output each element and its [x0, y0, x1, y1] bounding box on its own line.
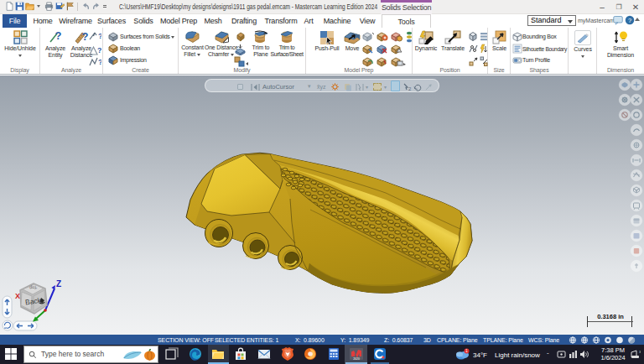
svg-text:2020: 2020 — [353, 357, 360, 361]
svg-text:X: X — [15, 292, 20, 300]
svg-text:?: ? — [98, 58, 101, 66]
svg-text:3: 3 — [639, 350, 641, 354]
svg-text:?: ? — [55, 30, 61, 42]
svg-text:?: ? — [98, 32, 101, 40]
svg-text:?: ? — [628, 17, 631, 24]
svg-text:Z: Z — [56, 279, 61, 289]
svg-text:?: ? — [97, 46, 101, 55]
svg-text:?: ? — [81, 30, 88, 43]
svg-text:Top: Top — [29, 284, 38, 290]
svg-text:2: 2 — [408, 86, 412, 91]
